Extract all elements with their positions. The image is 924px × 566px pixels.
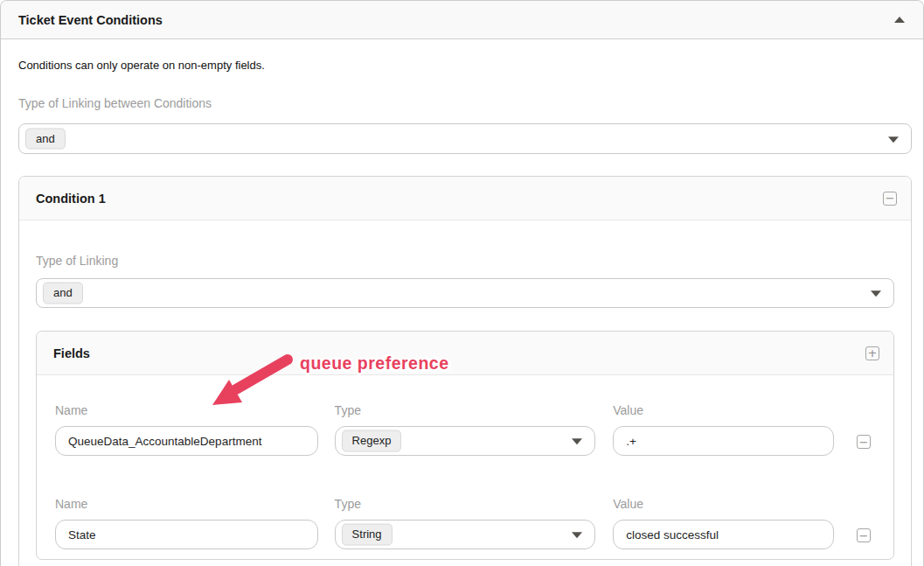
- field-type-select[interactable]: String: [335, 520, 596, 549]
- chevron-down-icon: [871, 290, 881, 297]
- value-column-label: Value: [613, 403, 834, 417]
- field-name-input[interactable]: [55, 426, 318, 456]
- type-column-label: Type: [335, 403, 596, 417]
- condition-1-header: Condition 1 −: [19, 177, 911, 220]
- field-row: Name Type String Val: [55, 497, 871, 549]
- condition-1-title: Condition 1: [36, 192, 106, 206]
- selected-linking-chip[interactable]: and: [25, 128, 66, 150]
- chevron-down-icon: [572, 532, 582, 538]
- remove-field-icon[interactable]: −: [857, 435, 871, 449]
- field-row: Name Type Regexp Val: [55, 403, 871, 456]
- widget-header: Ticket Event Conditions: [1, 1, 923, 39]
- field-value-input[interactable]: [613, 426, 834, 456]
- fields-panel: Fields + Name Type: [36, 331, 894, 560]
- name-column-label: Name: [55, 403, 318, 417]
- selected-linking-chip[interactable]: and: [43, 283, 83, 304]
- fields-body: Name Type Regexp Val: [37, 403, 893, 559]
- remove-condition-icon[interactable]: −: [883, 192, 897, 206]
- chevron-down-icon: [572, 438, 582, 444]
- type-of-linking-select[interactable]: and: [36, 278, 894, 308]
- linking-between-conditions-select[interactable]: and: [18, 123, 912, 154]
- chevron-down-icon: [888, 136, 899, 143]
- field-value-input[interactable]: [613, 520, 834, 549]
- type-column-label: Type: [335, 497, 596, 511]
- add-field-icon[interactable]: +: [865, 346, 879, 360]
- selected-type-chip[interactable]: String: [342, 524, 393, 546]
- fields-title: Fields: [53, 346, 90, 360]
- widget-title: Ticket Event Conditions: [18, 13, 163, 27]
- value-column-label: Value: [613, 497, 834, 511]
- name-column-label: Name: [55, 497, 318, 511]
- condition-1-body: Type of Linking and Fields + Name: [19, 254, 911, 560]
- field-name-input[interactable]: [55, 520, 318, 549]
- remove-field-icon[interactable]: −: [857, 528, 871, 542]
- condition-1-panel: Condition 1 − Type of Linking and Fields…: [18, 176, 912, 566]
- selected-type-chip[interactable]: Regexp: [342, 430, 402, 452]
- widget-body: Conditions can only operate on non-empty…: [1, 59, 923, 566]
- ticket-event-conditions-widget: Ticket Event Conditions Conditions can o…: [0, 0, 924, 566]
- linking-between-conditions-label: Type of Linking between Conditions: [18, 96, 912, 110]
- fields-header: Fields +: [37, 332, 893, 375]
- type-of-linking-label: Type of Linking: [36, 254, 894, 268]
- collapse-widget-icon[interactable]: [894, 17, 905, 23]
- field-type-select[interactable]: Regexp: [335, 426, 596, 456]
- conditions-hint-text: Conditions can only operate on non-empty…: [18, 59, 912, 72]
